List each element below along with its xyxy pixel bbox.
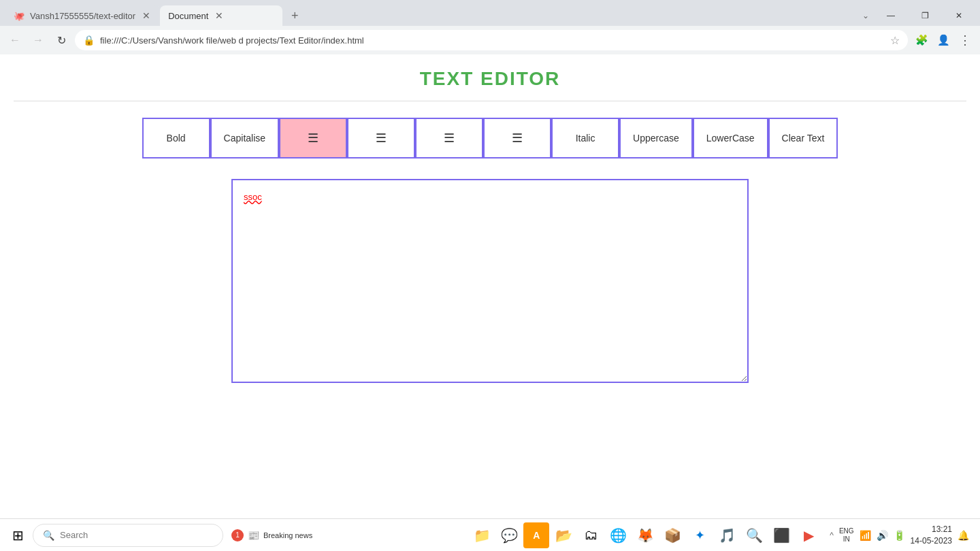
align-right-icon: ☰ xyxy=(512,131,523,146)
capitalise-label: Capitalise xyxy=(224,133,265,144)
taskbar-app-file-explorer-2[interactable]: 📁 xyxy=(469,522,495,548)
profile-icon[interactable]: 👤 xyxy=(934,31,953,50)
taskbar-app-edge[interactable]: 🌐 xyxy=(605,522,631,548)
taskbar-app-amazon[interactable]: A xyxy=(523,522,549,548)
start-button[interactable]: ⊞ xyxy=(5,523,30,548)
tray-volume-icon[interactable]: 🔊 xyxy=(877,530,888,541)
tab-document-label: Document xyxy=(168,11,208,21)
editor-container: ssoc xyxy=(231,179,749,383)
taskbar: ⊞ 🔍 1 📰 Breaking news 📁 💬 A 📂 🗂 🌐 🦊 📦 ✦ … xyxy=(0,518,980,551)
window-controls: — ❐ ✕ xyxy=(875,5,975,26)
address-bar[interactable]: 🔒 file:///C:/Users/Vansh/work file/web d… xyxy=(75,30,908,50)
taskbar-search-input[interactable] xyxy=(60,530,196,540)
uppercase-button[interactable]: Uppercase xyxy=(619,118,693,158)
tray-time-text: 13:21 xyxy=(911,524,952,535)
breaking-news-icon: 📰 xyxy=(248,530,259,541)
uppercase-label: Uppercase xyxy=(633,133,679,144)
taskbar-app-teams[interactable]: 💬 xyxy=(496,522,522,548)
tab-document[interactable]: Document ✕ xyxy=(160,5,282,26)
address-bar-row: ← → ↻ 🔒 file:///C:/Users/Vansh/work file… xyxy=(0,26,980,54)
address-text: file:///C:/Users/Vansh/work file/web d p… xyxy=(100,35,885,46)
align-center2-icon: ☰ xyxy=(444,131,455,146)
reload-button[interactable]: ↻ xyxy=(52,31,71,50)
italic-label: Italic xyxy=(576,133,595,144)
browser-chrome: 🐙 Vansh17555555/text-editor ✕ Document ✕… xyxy=(0,0,980,54)
align-right-button[interactable]: ☰ xyxy=(483,118,551,158)
align-left-button[interactable]: ☰ xyxy=(347,118,415,158)
taskbar-app-file-explorer[interactable]: 📂 xyxy=(551,522,576,548)
minimize-button[interactable]: — xyxy=(875,5,906,26)
close-button[interactable]: ✕ xyxy=(943,5,975,26)
tab-bar: 🐙 Vansh17555555/text-editor ✕ Document ✕… xyxy=(0,0,980,26)
lowercase-button[interactable]: LowerCase xyxy=(693,118,768,158)
editor-text: ssoc xyxy=(244,192,262,202)
tray-battery-icon[interactable]: 🔋 xyxy=(894,530,905,541)
bold-button[interactable]: Bold xyxy=(142,118,210,158)
page-content: TEXT EDITOR Bold Capitalise ☰ ☰ ☰ ☰ I xyxy=(0,54,980,518)
tray-clock[interactable]: 13:21 14-05-2023 xyxy=(911,524,952,547)
taskbar-search-icon: 🔍 xyxy=(43,530,54,541)
tray-notification-icon[interactable]: 🔔 xyxy=(958,530,969,541)
new-tab-button[interactable]: + xyxy=(285,6,304,25)
back-button[interactable]: ← xyxy=(5,31,24,50)
page-inner: TEXT EDITOR Bold Capitalise ☰ ☰ ☰ ☰ I xyxy=(0,54,980,518)
news-badge: 1 xyxy=(231,529,244,541)
taskbar-app-icons: 📁 💬 A 📂 🗂 🌐 🦊 📦 ✦ 🎵 🔍 ⬛ ▶ xyxy=(469,522,821,548)
tab-github-close[interactable]: ✕ xyxy=(141,10,152,21)
address-lock-icon: 🔒 xyxy=(83,35,95,46)
tray-wifi-icon[interactable]: 📶 xyxy=(860,530,871,541)
tab-github-label: Vansh17555555/text-editor xyxy=(30,11,135,21)
tab-github[interactable]: 🐙 Vansh17555555/text-editor ✕ xyxy=(5,5,160,26)
tray-show-hidden[interactable]: ^ xyxy=(830,531,834,540)
page-title: TEXT EDITOR xyxy=(420,68,561,90)
browser-menu-icon[interactable]: ⋮ xyxy=(956,31,975,50)
tray-date-text: 14-05-2023 xyxy=(911,535,952,547)
capitalise-button[interactable]: Capitalise xyxy=(210,118,279,158)
forward-button[interactable]: → xyxy=(29,31,48,50)
taskbar-app-dropbox[interactable]: 📦 xyxy=(659,522,685,548)
tray-eng-indicator: ENGIN xyxy=(839,527,854,544)
italic-button[interactable]: Italic xyxy=(551,118,619,158)
align-center1-button[interactable]: ☰ xyxy=(279,118,347,158)
editor-toolbar: Bold Capitalise ☰ ☰ ☰ ☰ Italic Uppercase xyxy=(14,118,966,158)
divider xyxy=(14,101,966,101)
taskbar-search-box[interactable]: 🔍 xyxy=(33,524,223,547)
bold-label: Bold xyxy=(167,133,186,144)
taskbar-app-firefox[interactable]: 🦊 xyxy=(632,522,658,548)
system-tray: ^ ENGIN 📶 🔊 🔋 13:21 14-05-2023 🔔 xyxy=(824,524,975,547)
taskbar-app-vscode[interactable]: ✦ xyxy=(687,522,713,548)
tab-document-close[interactable]: ✕ xyxy=(214,10,225,21)
bookmark-icon[interactable]: ☆ xyxy=(890,34,900,47)
lowercase-label: LowerCase xyxy=(706,133,755,144)
cleartext-label: Clear Text xyxy=(782,133,825,144)
taskbar-app-media[interactable]: ▶ xyxy=(796,522,821,548)
extensions-icon[interactable]: 🧩 xyxy=(912,31,931,50)
tab-overflow-button[interactable]: ⌄ xyxy=(856,6,875,25)
start-icon: ⊞ xyxy=(12,527,24,544)
github-favicon: 🐙 xyxy=(14,11,24,21)
taskbar-app-store[interactable]: 🗂 xyxy=(578,522,604,548)
browser-toolbar-icons: 🧩 👤 ⋮ xyxy=(912,31,975,50)
news-section[interactable]: 1 📰 Breaking news xyxy=(231,529,312,541)
taskbar-app-spotify[interactable]: 🎵 xyxy=(714,522,740,548)
news-label: Breaking news xyxy=(263,531,312,539)
align-left-icon: ☰ xyxy=(376,131,387,146)
align-center2-button[interactable]: ☰ xyxy=(415,118,483,158)
taskbar-app-chrome[interactable]: 🔍 xyxy=(741,522,767,548)
editor-area[interactable]: ssoc xyxy=(231,179,749,383)
cleartext-button[interactable]: Clear Text xyxy=(768,118,838,158)
maximize-button[interactable]: ❐ xyxy=(909,5,941,26)
taskbar-app-terminal[interactable]: ⬛ xyxy=(768,522,794,548)
align-center1-icon: ☰ xyxy=(308,131,318,146)
